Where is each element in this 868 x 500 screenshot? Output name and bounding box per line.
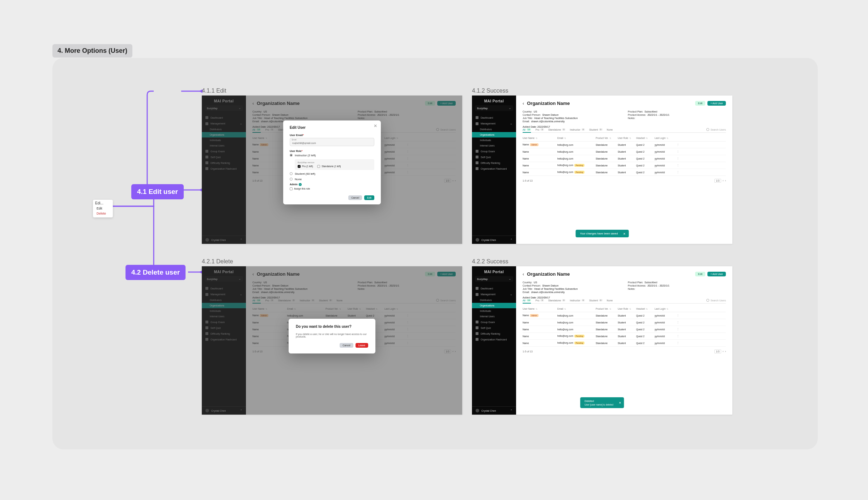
- search-input[interactable]: Search Users: [706, 128, 726, 131]
- edit-user-modal: ✕ Edit User User Email Email User Role I…: [283, 120, 381, 204]
- sidebar-item-individuals[interactable]: Individuals: [472, 308, 516, 314]
- row-more-icon[interactable]: ⋮: [677, 321, 680, 324]
- sidebar-item-organization-flashcard[interactable]: Organization Flashcard: [472, 336, 516, 342]
- tab-instructor[interactable]: Instructor0: [570, 128, 585, 131]
- toast-deleted: Deleted User [user name] is deleted ✕: [580, 397, 624, 408]
- sort-icon[interactable]: ⇅: [564, 308, 566, 310]
- sort-icon[interactable]: ⇅: [646, 137, 648, 139]
- row-more-icon[interactable]: ⋮: [677, 335, 680, 338]
- sidebar-user[interactable]: Crystal Chen⌃: [472, 236, 516, 244]
- sidebar-item-distributors[interactable]: Distributors: [472, 127, 516, 132]
- email-field[interactable]: [290, 138, 374, 146]
- info-icon[interactable]: i: [299, 183, 302, 186]
- sidebar-item-management[interactable]: Management⌄: [472, 291, 516, 297]
- sidebar-item-self-quiz[interactable]: Self Quiz: [472, 154, 516, 160]
- sort-icon[interactable]: ⇅: [646, 308, 648, 310]
- add-user-button[interactable]: + Add User: [707, 272, 726, 276]
- table-row: Name hello@org.comPending StandaloneStud…: [523, 169, 726, 176]
- tab-pro[interactable]: Pro3: [535, 128, 544, 131]
- checkbox-pro[interactable]: ✓Pro (1 left): [298, 165, 313, 168]
- tab-standalone[interactable]: Standalone0: [548, 128, 566, 131]
- pagination: 1-5 of 131/3‹›: [523, 179, 726, 183]
- radio-instructor[interactable]: Instructor (2 left): [290, 154, 374, 157]
- sidebar-user[interactable]: Crystal Chen⌃: [472, 406, 516, 415]
- sidebar-item-dashboard[interactable]: Dashboard: [472, 285, 516, 291]
- tab-all[interactable]: All13: [523, 128, 531, 133]
- sidebar-item-management[interactable]: Management⌄: [472, 120, 516, 127]
- leave-button[interactable]: Leave: [356, 343, 368, 348]
- sidebar-item-group-exam[interactable]: Group Exam: [472, 319, 516, 325]
- context-menu-sample: Edi... Edit Delete: [93, 200, 113, 217]
- table-row: Name hello@org.comPending StandaloneStud…: [523, 333, 726, 340]
- sort-icon[interactable]: ⇅: [564, 137, 566, 139]
- radio-student[interactable]: Student (60 left): [290, 172, 374, 175]
- back-button[interactable]: ‹: [523, 272, 524, 277]
- sort-icon[interactable]: ⇅: [609, 308, 611, 310]
- sidebar-item-group-exam[interactable]: Group Exam: [472, 148, 516, 154]
- row-more-icon[interactable]: ⋮: [677, 171, 680, 174]
- product-selector[interactable]: BodyMap⌄: [475, 105, 513, 111]
- tab-all[interactable]: All13: [523, 299, 531, 304]
- sort-icon[interactable]: ⇅: [536, 137, 537, 139]
- sidebar-item-difficulty-ranking[interactable]: Difficulty Ranking: [472, 160, 516, 166]
- search-input[interactable]: Search Users: [706, 299, 726, 302]
- pager-next[interactable]: ›: [725, 179, 726, 182]
- sidebar-item-organization-flashcard[interactable]: Organization Flashcard: [472, 166, 516, 171]
- pager-next[interactable]: ›: [725, 350, 726, 353]
- tab-standalone[interactable]: Standalone0: [548, 299, 566, 302]
- sort-icon[interactable]: ⇅: [629, 308, 631, 310]
- close-icon[interactable]: ✕: [374, 123, 377, 128]
- cancel-button[interactable]: Cancel: [348, 195, 362, 200]
- toast-text: Your changes have been saved: [580, 232, 618, 235]
- back-button[interactable]: ‹: [523, 101, 524, 106]
- pager-prev[interactable]: ‹: [723, 350, 723, 353]
- edit-button[interactable]: Edit: [695, 272, 705, 276]
- sort-icon[interactable]: ⇅: [667, 308, 668, 310]
- row-more-icon[interactable]: ⋮: [677, 342, 680, 344]
- tab-instructor[interactable]: Instructor0: [570, 299, 585, 302]
- tab-none[interactable]: None: [607, 299, 613, 302]
- toast-close-icon[interactable]: ✕: [619, 401, 621, 404]
- checkbox-standalone[interactable]: Standalone (1 left): [317, 165, 341, 168]
- save-button[interactable]: Edit: [364, 195, 374, 200]
- radio-none[interactable]: None: [290, 178, 374, 181]
- sort-icon[interactable]: ⇅: [667, 137, 668, 139]
- row-more-icon[interactable]: ⋮: [677, 157, 680, 160]
- sidebar-item-organizations[interactable]: Organizations: [472, 303, 516, 308]
- sidebar-item-individuals[interactable]: Individuals: [472, 137, 516, 143]
- ann-label-edit: 4.1 Edit user: [131, 184, 184, 199]
- row-more-icon[interactable]: ⋮: [677, 143, 680, 146]
- tab-student[interactable]: Student0: [589, 128, 602, 131]
- checkbox-assign-admin[interactable]: Assign this role: [290, 187, 374, 190]
- pager-prev[interactable]: ‹: [723, 179, 723, 182]
- edit-button[interactable]: Edit: [695, 101, 705, 106]
- cancel-button[interactable]: Cancel: [340, 343, 353, 348]
- row-more-icon[interactable]: ⋮: [677, 328, 680, 331]
- pagination: 1-5 of 131/3‹›: [523, 349, 726, 353]
- sidebar-item-internal-users[interactable]: Internal Users: [472, 143, 516, 148]
- sidebar-item-self-quiz[interactable]: Self Quiz: [472, 325, 516, 331]
- badge-admin: Admin: [530, 143, 539, 146]
- context-menu-edit[interactable]: Edit: [95, 206, 111, 211]
- add-user-button[interactable]: + Add User: [707, 101, 726, 106]
- nav-icon: [476, 326, 478, 329]
- sidebar-item-internal-users[interactable]: Internal Users: [472, 314, 516, 319]
- product-selector[interactable]: BodyMap⌄: [475, 276, 513, 282]
- sidebar-item-dashboard[interactable]: Dashboard: [472, 115, 516, 120]
- sidebar-item-difficulty-ranking[interactable]: Difficulty Ranking: [472, 331, 516, 336]
- sort-icon[interactable]: ⇅: [609, 137, 611, 139]
- tab-pro[interactable]: Pro3: [535, 299, 544, 302]
- tab-student[interactable]: Student0: [589, 299, 602, 302]
- row-more-icon[interactable]: ⋮: [677, 150, 680, 153]
- sort-icon[interactable]: ⇅: [536, 308, 537, 310]
- toast-close-icon[interactable]: ✕: [623, 232, 626, 235]
- sidebar: MAI Portal BodyMap⌄ DashboardManagement⌄…: [472, 96, 516, 244]
- tab-none[interactable]: None: [607, 128, 613, 131]
- context-menu-delete[interactable]: Delete: [95, 211, 111, 216]
- sidebar-item-organizations[interactable]: Organizations: [472, 132, 516, 137]
- sort-icon[interactable]: ⇅: [629, 137, 631, 139]
- row-more-icon[interactable]: ⋮: [677, 164, 680, 167]
- row-more-icon[interactable]: ⋮: [677, 314, 680, 317]
- chevron-up-icon: ⌃: [510, 409, 512, 412]
- sidebar-item-distributors[interactable]: Distributors: [472, 297, 516, 303]
